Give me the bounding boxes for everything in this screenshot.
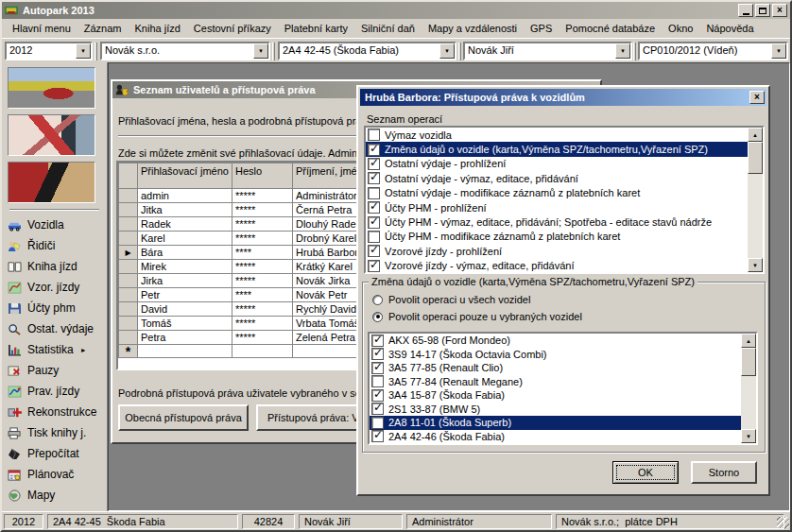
checkbox-icon[interactable]	[368, 216, 380, 229]
toolbar-combo[interactable]: Novák Jiří▼	[463, 42, 632, 60]
password-cell[interactable]: ****	[232, 288, 292, 302]
dialog-close-button[interactable]: ×	[749, 91, 765, 104]
sidebar-item-ostat-vydaje[interactable]: Ostat. výdaje	[8, 318, 107, 339]
operation-item[interactable]: Změna údajů o vozidle (karta,Výměna SPZ/…	[366, 142, 748, 156]
password-cell[interactable]: *****	[232, 260, 292, 274]
login-cell[interactable]: Radek	[138, 217, 232, 232]
sidebar-item-vzor-jizdy[interactable]: Vzor. jízdy	[8, 277, 107, 298]
menu-item[interactable]: Pomocné databáze	[559, 21, 662, 36]
checkbox-icon[interactable]	[368, 245, 380, 257]
sidebar-item-prepocitat[interactable]: Přepočítat	[8, 443, 107, 464]
scroll-down-icon[interactable]: ▼	[748, 258, 763, 272]
scroll-thumb[interactable]	[748, 142, 763, 174]
sidebar-item-ridici[interactable]: Řidiči	[8, 235, 107, 256]
login-cell[interactable]: Mirek	[138, 260, 232, 274]
password-cell[interactable]: *****	[232, 203, 292, 217]
sidebar-item-ucty-phm[interactable]: Účty phm	[8, 298, 107, 318]
checkbox-icon[interactable]	[368, 158, 380, 170]
login-cell[interactable]: David	[138, 302, 232, 317]
checkbox-icon[interactable]	[368, 172, 380, 184]
checkbox-icon[interactable]	[371, 362, 384, 374]
checkbox-icon[interactable]	[368, 260, 380, 272]
operations-scrollbar[interactable]: ▲ ▼	[748, 128, 763, 272]
operation-item[interactable]: Ostatní výdaje - modifikace záznamů z pl…	[366, 186, 748, 200]
cancel-button[interactable]: Storno	[691, 461, 757, 484]
vehicle-item[interactable]: 2S1 33-87 (BMW 5)	[370, 403, 741, 417]
minimize-button[interactable]	[738, 4, 753, 17]
checkbox-icon[interactable]	[371, 403, 384, 415]
sidebar-item-statistika[interactable]: Statistika►	[8, 339, 107, 360]
login-cell[interactable]: Tomáš	[138, 317, 232, 331]
operation-item[interactable]: Ostatní výdaje - prohlížení	[366, 157, 748, 171]
vehicle-item[interactable]: AKX 65-98 (Ford Mondeo)	[370, 334, 741, 348]
chevron-down-icon[interactable]: ▼	[76, 43, 91, 59]
menu-item[interactable]: Kniha jízd	[129, 21, 187, 36]
vehicle-item[interactable]: 3S9 14-17 (Škoda Octavia Combi)	[370, 348, 741, 362]
vehicle-item[interactable]: 2A4 42-46 (Škoda Fabia)	[370, 430, 741, 444]
radio-selected-vehicles[interactable]: Povolit operaci pouze u vybraných vozide…	[372, 311, 582, 322]
radio-all-vehicles[interactable]: Povolit operaci u všech vozidel	[372, 294, 530, 305]
row-selector[interactable]	[119, 260, 138, 274]
chevron-down-icon[interactable]: ▼	[439, 43, 455, 59]
menu-item[interactable]: Silniční daň	[354, 21, 422, 36]
ok-button[interactable]: OK	[612, 461, 679, 484]
row-selector[interactable]	[119, 232, 138, 246]
toolbar-combo[interactable]: CP010/2012 (Vídeň)▼	[638, 42, 788, 60]
checkbox-icon[interactable]	[368, 129, 380, 141]
row-selector[interactable]	[119, 331, 138, 345]
row-selector[interactable]	[119, 317, 138, 331]
menu-item[interactable]: Záznam	[77, 21, 129, 36]
maximize-button[interactable]	[755, 4, 770, 17]
menu-item[interactable]: Hlavní menu	[6, 21, 77, 36]
vehicle-item[interactable]: 3A5 77-84 (Renault Megane)	[370, 375, 741, 389]
row-selector[interactable]	[119, 302, 138, 317]
toolbar-combo[interactable]: 2012▼	[5, 42, 93, 60]
current-row-marker[interactable]: ▶	[119, 246, 138, 260]
vehicles-scrollbar[interactable]: ▲ ▼	[741, 334, 756, 443]
login-cell[interactable]: Petr	[138, 288, 232, 302]
checkbox-icon[interactable]	[368, 201, 380, 214]
menu-item[interactable]: Okno	[662, 21, 699, 36]
sidebar-item-tisk-knihy[interactable]: Tisk knihy j.	[8, 422, 107, 443]
row-selector[interactable]	[119, 288, 138, 302]
checkbox-icon[interactable]	[371, 335, 384, 347]
scroll-thumb[interactable]	[741, 348, 756, 376]
scroll-up-icon[interactable]: ▲	[748, 128, 763, 142]
row-selector[interactable]	[119, 203, 138, 217]
sidebar-item-rekonstrukce[interactable]: Rekonstrukce	[8, 402, 107, 422]
menu-item[interactable]: GPS	[524, 21, 559, 36]
password-cell[interactable]: *****	[232, 189, 292, 203]
toolbar-combo[interactable]: 2A4 42-45 (Škoda Fabia)▼	[278, 42, 456, 60]
operation-item[interactable]: Ostatní výdaje - výmaz, editace, přidává…	[366, 171, 748, 185]
sidebar-item-pauzy[interactable]: Pauzy	[8, 360, 107, 381]
empty-cell[interactable]	[138, 345, 232, 358]
operation-item[interactable]: Účty PHM - modifikace záznamů z platební…	[366, 230, 748, 244]
menu-item[interactable]: Mapy a vzdálenosti	[422, 21, 524, 36]
checkbox-icon[interactable]	[371, 417, 384, 429]
scroll-down-icon[interactable]: ▼	[741, 429, 756, 443]
login-cell[interactable]: Jitka	[138, 203, 232, 217]
login-cell[interactable]: Petra	[138, 331, 232, 345]
checkbox-icon[interactable]	[368, 231, 380, 243]
vehicle-item[interactable]: 3A4 15-87 (Škoda Fabia)	[370, 388, 741, 403]
chevron-down-icon[interactable]: ▼	[615, 43, 630, 59]
operation-item[interactable]: Účty PHM - výmaz, editace, přidávání; Sp…	[366, 215, 748, 229]
scroll-up-icon[interactable]: ▲	[741, 334, 756, 348]
login-cell[interactable]: Bára	[138, 246, 232, 260]
sidebar-item-vozidla[interactable]: Vozidla	[8, 215, 107, 235]
checkbox-icon[interactable]	[371, 430, 384, 442]
operation-item[interactable]: Výmaz vozidla	[366, 128, 748, 142]
login-cell[interactable]: Karel	[138, 232, 232, 246]
operation-item[interactable]: Účty PHM - prohlížení	[366, 200, 748, 215]
chevron-down-icon[interactable]: ▼	[253, 43, 268, 59]
row-selector[interactable]	[119, 189, 138, 203]
checkbox-icon[interactable]	[371, 375, 384, 387]
close-button[interactable]: ×	[772, 4, 787, 17]
password-cell[interactable]: *****	[232, 302, 292, 317]
password-cell[interactable]: *****	[232, 317, 292, 331]
empty-cell[interactable]	[232, 345, 292, 358]
checkbox-icon[interactable]	[371, 348, 384, 360]
password-cell[interactable]: *****	[232, 232, 292, 246]
checkbox-icon[interactable]	[368, 187, 380, 199]
login-cell[interactable]: admin	[138, 189, 232, 203]
